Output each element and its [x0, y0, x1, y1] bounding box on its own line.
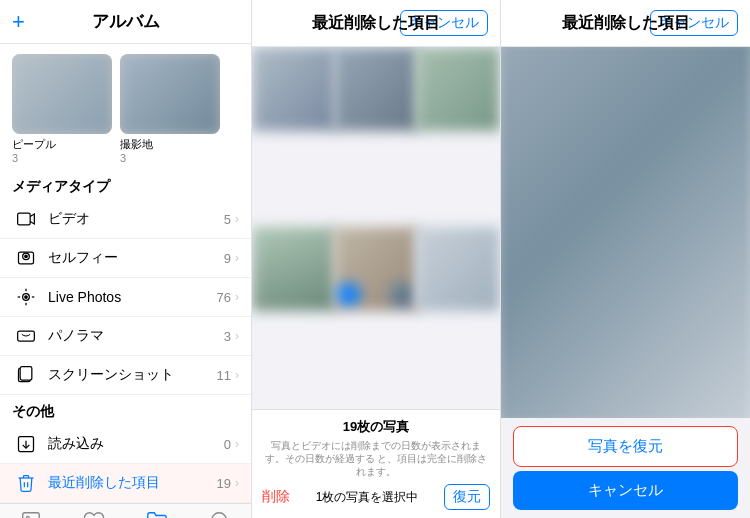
livephoto-icon	[12, 286, 40, 308]
album-places[interactable]: 撮影地 3	[120, 54, 220, 164]
trash-icon	[12, 472, 40, 494]
photo-cell-5[interactable]: ✓	[334, 227, 418, 311]
confirm-header: 最近削除した項目 キャンセル	[501, 0, 750, 47]
selfie-icon	[12, 247, 40, 269]
library-tab-icon	[20, 510, 42, 518]
list-item-import[interactable]: 読み込み 0 ›	[0, 425, 251, 464]
screenshot-label: スクリーンショット	[48, 366, 217, 384]
photo-cell-3[interactable]	[416, 47, 500, 131]
panel-deleted: 最近削除した項目 キャンセル ✓ 19枚の写真 写真とビデオには削除までの日数が…	[252, 0, 501, 518]
screenshot-chevron: ›	[235, 368, 239, 382]
album-header: + アルバム	[0, 0, 251, 44]
add-album-button[interactable]: +	[12, 9, 25, 35]
panorama-label: パノラマ	[48, 327, 224, 345]
deleted-note: 写真とビデオには削除までの日数が表示されます。その日数が経過する と、項目は完全…	[262, 439, 490, 478]
panel-album: + アルバム ピープル 3 撮影地 3 メディアタイプ ビデオ	[0, 0, 252, 518]
album-places-count: 3	[120, 152, 220, 164]
svg-rect-0	[18, 213, 31, 225]
screenshot-icon	[12, 364, 40, 386]
section-other-title: その他	[0, 395, 251, 425]
confirm-photo-bg	[501, 47, 750, 418]
video-chevron: ›	[235, 212, 239, 226]
list-item-deleted[interactable]: 最近削除した項目 19 ›	[0, 464, 251, 503]
deleted-footer: 19枚の写真 写真とビデオには削除までの日数が表示されます。その日数が経過する …	[252, 409, 500, 518]
confirm-photo-area	[501, 47, 750, 418]
import-icon	[12, 433, 40, 455]
album-places-thumb	[120, 54, 220, 134]
panorama-count: 3	[224, 329, 231, 344]
deleted-label: 最近削除した項目	[48, 474, 217, 492]
livephoto-chevron: ›	[235, 290, 239, 304]
svg-rect-12	[20, 367, 32, 380]
album-places-label: 撮影地	[120, 137, 220, 152]
confirm-actions: 写真を復元 キャンセル	[501, 418, 750, 518]
svg-rect-15	[23, 513, 40, 518]
delete-button[interactable]: 削除	[262, 488, 290, 506]
selfie-label: セルフィー	[48, 249, 224, 267]
search-tab-icon	[209, 510, 231, 518]
deleted-panel-title: 最近削除した項目	[312, 13, 440, 34]
album-people-thumb	[12, 54, 112, 134]
panel-confirm: 最近削除した項目 キャンセル 写真を復元 キャンセル	[501, 0, 750, 518]
video-count: 5	[224, 212, 231, 227]
import-count: 0	[224, 437, 231, 452]
tab-bar: ライブラリ For You アルバム	[0, 503, 251, 518]
section-media-title: メディアタイプ	[0, 170, 251, 200]
deleted-chevron: ›	[235, 476, 239, 490]
livephoto-count: 76	[217, 290, 231, 305]
tab-albums[interactable]: アルバム	[126, 508, 189, 518]
livephoto-label: Live Photos	[48, 289, 217, 305]
album-title: アルバム	[92, 10, 160, 33]
cancel-confirm-button[interactable]: キャンセル	[513, 471, 738, 510]
list-item-panorama[interactable]: パノラマ 3 ›	[0, 317, 251, 356]
photo-cell-4[interactable]	[252, 227, 336, 311]
deleted-count: 19	[217, 476, 231, 491]
photo-cell-2[interactable]	[334, 47, 418, 131]
album-people-label: ピープル	[12, 137, 112, 152]
confirm-panel-title: 最近削除した項目	[562, 13, 690, 34]
tab-library[interactable]: ライブラリ	[0, 508, 63, 518]
tab-foryou[interactable]: For You	[63, 508, 126, 518]
video-label: ビデオ	[48, 210, 224, 228]
photo-cell-6[interactable]	[416, 227, 500, 311]
import-label: 読み込み	[48, 435, 224, 453]
list-item-video[interactable]: ビデオ 5 ›	[0, 200, 251, 239]
list-item-livephoto[interactable]: Live Photos 76 ›	[0, 278, 251, 317]
selfie-chevron: ›	[235, 251, 239, 265]
foryou-tab-icon	[83, 510, 105, 518]
restore-button[interactable]: 復元	[444, 484, 490, 510]
list-item-screenshot[interactable]: スクリーンショット 11 ›	[0, 356, 251, 395]
selection-status: 1枚の写真を選択中	[316, 489, 419, 506]
video-icon	[12, 208, 40, 230]
svg-point-5	[25, 296, 28, 299]
svg-point-3	[25, 255, 28, 258]
list-item-selfie[interactable]: セルフィー 9 ›	[0, 239, 251, 278]
album-grid: ピープル 3 撮影地 3	[0, 44, 251, 170]
panorama-chevron: ›	[235, 329, 239, 343]
album-people[interactable]: ピープル 3	[12, 54, 112, 164]
photo-cell-1[interactable]	[252, 47, 336, 131]
import-chevron: ›	[235, 437, 239, 451]
album-people-count: 3	[12, 152, 112, 164]
selfie-count: 9	[224, 251, 231, 266]
photo-grid: ✓	[252, 47, 500, 409]
panorama-icon	[12, 325, 40, 347]
deleted-count-label: 19枚の写真	[262, 418, 490, 436]
tab-search[interactable]: 検索	[188, 508, 251, 518]
deleted-actions: 削除 1枚の写真を選択中 復元	[262, 484, 490, 510]
deleted-header: 最近削除した項目 キャンセル	[252, 0, 500, 47]
svg-point-17	[211, 513, 226, 518]
albums-tab-icon	[146, 510, 168, 518]
restore-confirm-button[interactable]: 写真を復元	[513, 426, 738, 467]
screenshot-count: 11	[217, 368, 231, 383]
